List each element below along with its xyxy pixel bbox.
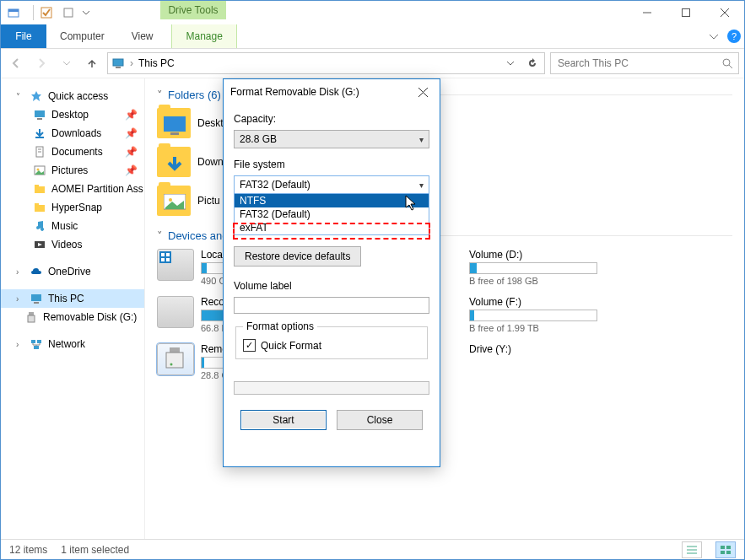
filesystem-dropdown[interactable]: FAT32 (Default)▾ NTFS FAT32 (Default) ex…: [234, 175, 429, 194]
svg-rect-26: [34, 302, 39, 304]
tab-computer[interactable]: Computer: [46, 24, 118, 48]
recent-locations-icon[interactable]: [57, 53, 77, 73]
svg-rect-47: [721, 546, 725, 549]
nav-this-pc[interactable]: ›This PC: [1, 289, 144, 308]
capacity-label: Capacity:: [234, 113, 429, 125]
fs-option-fat32[interactable]: FAT32 (Default): [235, 207, 429, 221]
minimize-button[interactable]: [628, 1, 667, 24]
drive-volume-d[interactable]: Volume (D:)B free of 198 GB: [469, 249, 663, 286]
drive-volume-f[interactable]: Volume (F:)B free of 1.99 TB: [469, 296, 663, 333]
nav-quick-access[interactable]: ˅Quick access: [1, 87, 144, 105]
restore-defaults-button[interactable]: Restore device defaults: [234, 246, 361, 267]
svg-rect-41: [170, 347, 180, 353]
address-dropdown-icon[interactable]: [502, 60, 519, 67]
fs-option-ntfs[interactable]: NTFS: [235, 194, 429, 207]
format-dialog: Format Removable Disk (G:) Capacity: 28.…: [223, 78, 440, 467]
nav-network[interactable]: ›Network: [1, 335, 144, 353]
documents-icon: [33, 145, 46, 159]
status-selected-count: 1 item selected: [61, 544, 129, 556]
format-options-legend: Format options: [243, 320, 317, 332]
maximize-button[interactable]: [667, 1, 705, 24]
dialog-close-btn[interactable]: Close: [337, 410, 423, 430]
back-button[interactable]: [6, 53, 26, 73]
network-icon: [30, 337, 43, 351]
close-button[interactable]: [705, 1, 744, 24]
view-details-button[interactable]: [682, 541, 702, 558]
nav-removable-disk[interactable]: Removable Disk (G:): [1, 308, 144, 326]
pc-icon: [30, 292, 43, 305]
tab-file[interactable]: File: [1, 24, 46, 48]
nav-downloads[interactable]: Downloads📌: [1, 124, 144, 143]
status-bar: 12 items 1 item selected: [1, 539, 744, 559]
svg-rect-1: [8, 9, 19, 12]
volume-label-input[interactable]: [234, 297, 429, 314]
svg-rect-42: [166, 353, 183, 368]
nav-hypersnap[interactable]: HyperSnap: [1, 198, 144, 217]
nav-desktop[interactable]: Desktop📌: [1, 105, 144, 124]
desktop-icon: [33, 108, 46, 121]
tab-manage[interactable]: Manage: [171, 24, 236, 48]
up-button[interactable]: [82, 53, 102, 73]
qat-new-icon[interactable]: [59, 3, 78, 22]
usb-icon: [24, 310, 38, 324]
pin-icon: 📌: [125, 146, 138, 158]
search-box[interactable]: [550, 52, 739, 74]
svg-point-43: [170, 363, 173, 366]
qat-icon[interactable]: [4, 3, 23, 22]
svg-rect-9: [116, 67, 121, 68]
nav-documents[interactable]: Documents📌: [1, 143, 144, 161]
start-button[interactable]: Start: [240, 410, 327, 430]
svg-rect-48: [726, 546, 731, 549]
svg-rect-23: [35, 203, 39, 206]
nav-music[interactable]: Music: [1, 217, 144, 235]
qat-dropdown-icon[interactable]: [81, 3, 91, 22]
qat-properties-icon[interactable]: [37, 3, 56, 22]
forward-button[interactable]: [31, 53, 51, 73]
svg-line-11: [729, 65, 732, 68]
pc-icon: [111, 57, 125, 70]
svg-rect-33: [170, 132, 179, 135]
svg-rect-21: [35, 185, 39, 187]
nav-videos[interactable]: Videos: [1, 235, 144, 254]
view-tiles-button[interactable]: [715, 541, 736, 558]
svg-rect-27: [29, 312, 34, 315]
pin-icon: 📌: [125, 164, 138, 176]
address-text: This PC: [138, 57, 497, 69]
nav-aomei[interactable]: AOMEI Partition Ass: [1, 180, 144, 198]
tab-view[interactable]: View: [118, 24, 167, 48]
address-bar[interactable]: › This PC: [107, 52, 545, 74]
svg-rect-37: [161, 253, 165, 256]
ribbon-expand-icon[interactable]: [704, 24, 724, 48]
checkbox-icon: ✓: [243, 339, 256, 352]
svg-rect-13: [37, 118, 42, 120]
onedrive-icon: [30, 265, 43, 278]
help-button[interactable]: ?: [724, 24, 744, 48]
pin-icon: 📌: [125, 109, 138, 121]
svg-rect-39: [161, 258, 165, 261]
star-icon: [30, 89, 43, 103]
svg-rect-20: [35, 186, 45, 193]
svg-rect-49: [721, 551, 725, 554]
svg-rect-31: [34, 346, 39, 349]
filesystem-dropdown-list: NTFS FAT32 (Default) exFAT: [234, 193, 429, 235]
folder-icon: [33, 182, 46, 196]
drive-y[interactable]: Drive (Y:): [469, 343, 663, 355]
nav-pictures[interactable]: Pictures📌: [1, 161, 144, 180]
dialog-close-button[interactable]: [413, 82, 433, 102]
capacity-dropdown[interactable]: 28.8 GB▾: [234, 130, 429, 148]
volume-label-label: Volume label: [234, 280, 429, 292]
search-input[interactable]: [556, 57, 722, 70]
svg-rect-32: [164, 116, 186, 132]
svg-rect-29: [31, 340, 35, 343]
pin-icon: 📌: [125, 127, 138, 139]
svg-point-10: [723, 59, 730, 66]
fs-option-exfat[interactable]: exFAT: [235, 221, 429, 234]
contextual-tab-drive-tools: Drive Tools: [160, 1, 226, 19]
refresh-icon[interactable]: [524, 58, 541, 68]
nav-onedrive[interactable]: ›OneDrive: [1, 262, 144, 281]
quick-format-checkbox[interactable]: ✓ Quick Format: [243, 339, 420, 352]
svg-rect-5: [683, 9, 690, 17]
dialog-title: Format Removable Disk (G:): [230, 86, 359, 98]
downloads-icon: [33, 127, 46, 140]
navigation-pane: ˅Quick access Desktop📌 Downloads📌 Docume…: [1, 78, 145, 539]
